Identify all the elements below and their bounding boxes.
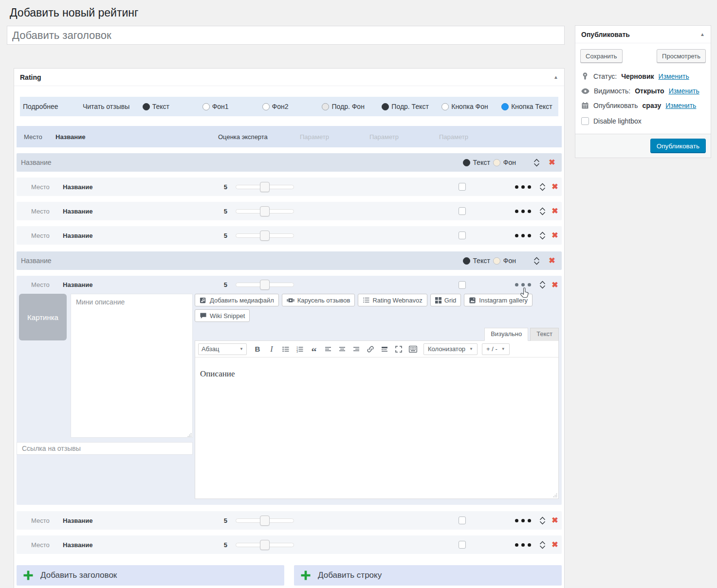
place-input[interactable] — [24, 208, 63, 215]
name-input[interactable] — [63, 541, 221, 549]
filter-detail-bg-color[interactable]: Подр. Фон — [319, 103, 379, 110]
row-checkbox[interactable] — [459, 183, 466, 191]
score-slider[interactable] — [236, 209, 294, 214]
reviews-link-input[interactable] — [17, 442, 193, 455]
name-input[interactable] — [63, 183, 221, 191]
align-center-button[interactable] — [336, 343, 349, 355]
row-options-dots[interactable] — [513, 519, 533, 522]
place-input[interactable] — [24, 183, 63, 191]
mini-description-textarea[interactable] — [71, 294, 193, 438]
slider-thumb[interactable] — [260, 231, 270, 241]
image-upload-button[interactable]: Картинка — [19, 294, 67, 340]
section-name-input[interactable] — [21, 257, 177, 265]
bullet-list-button[interactable] — [279, 343, 292, 355]
radio-swatch-icon[interactable] — [143, 103, 150, 110]
radio-swatch-icon[interactable] — [382, 103, 389, 110]
delete-row-icon[interactable]: ✖ — [551, 281, 559, 289]
fullscreen-button[interactable] — [392, 343, 405, 355]
delete-row-icon[interactable]: ✖ — [551, 183, 559, 191]
edit-status-link[interactable]: Изменить — [659, 72, 689, 80]
col-param-input[interactable]: Параметр — [300, 133, 369, 141]
delete-section-icon[interactable]: ✖ — [548, 257, 556, 265]
row-options-dots[interactable] — [513, 185, 533, 189]
slider-thumb[interactable] — [260, 206, 270, 216]
italic-button[interactable]: I — [265, 343, 278, 355]
section-text-radio-icon[interactable] — [463, 257, 470, 265]
read-more-button[interactable] — [378, 343, 391, 355]
name-input[interactable] — [63, 281, 221, 288]
filter-bg2-color[interactable]: Фон2 — [259, 103, 319, 110]
insert-link-button[interactable] — [364, 343, 377, 355]
toolbar-toggle-button[interactable] — [406, 343, 419, 355]
section-bg-radio-icon[interactable] — [493, 159, 500, 166]
add-header-button[interactable]: Добавить заголовок — [17, 565, 284, 586]
delete-row-icon[interactable]: ✖ — [551, 207, 559, 215]
filter-bg1-color[interactable]: Фон1 — [200, 103, 259, 110]
score-slider[interactable] — [236, 283, 294, 287]
tab-visual[interactable]: Визуально — [484, 328, 528, 341]
filter-podrobnee[interactable]: Подробнее — [20, 103, 80, 110]
edit-visibility-link[interactable]: Изменить — [669, 87, 699, 95]
align-left-button[interactable] — [322, 343, 334, 355]
row-options-dots[interactable] — [513, 543, 533, 547]
section-name-input[interactable] — [21, 159, 177, 166]
place-input[interactable] — [24, 232, 63, 239]
score-slider[interactable] — [236, 543, 294, 547]
filter-detail-text-color[interactable]: Подр. Текст — [379, 103, 439, 110]
move-section-control[interactable] — [533, 159, 540, 167]
slider-thumb[interactable] — [260, 540, 270, 550]
slider-thumb[interactable] — [260, 182, 270, 192]
tab-text[interactable]: Текст — [530, 328, 559, 341]
edit-schedule-link[interactable]: Изменить — [665, 102, 696, 109]
name-input[interactable] — [63, 232, 221, 239]
row-checkbox[interactable] — [459, 281, 466, 289]
row-checkbox[interactable] — [459, 541, 466, 549]
score-slider[interactable] — [236, 518, 294, 523]
delete-row-icon[interactable]: ✖ — [551, 517, 559, 524]
row-checkbox[interactable] — [459, 232, 466, 239]
post-title-input[interactable] — [7, 26, 565, 45]
disable-lightbox-checkbox[interactable] — [581, 117, 589, 125]
numbered-list-button[interactable]: 123 — [294, 343, 306, 355]
radio-swatch-icon[interactable] — [501, 103, 509, 110]
slider-thumb[interactable] — [260, 516, 270, 526]
resize-grip-icon[interactable] — [187, 433, 192, 437]
reviews-carousel-button[interactable]: Карусель отзывов — [282, 294, 355, 306]
place-input[interactable] — [24, 517, 63, 524]
col-param-input[interactable]: Параметр — [439, 133, 509, 141]
move-row-control[interactable] — [538, 541, 546, 549]
row-options-dots[interactable] — [513, 283, 533, 286]
preview-button[interactable]: Просмотреть — [657, 49, 706, 63]
move-row-control[interactable] — [538, 517, 546, 525]
grid-button[interactable]: Grid — [430, 294, 461, 306]
name-input[interactable] — [63, 208, 221, 215]
score-slider[interactable] — [236, 185, 294, 189]
colonizer-dropdown-button[interactable]: Колонизатор ▼ — [423, 343, 478, 355]
editor-content-area[interactable]: Описание — [195, 357, 558, 492]
collapse-icon[interactable]: ▲ — [553, 74, 558, 80]
section-bg-radio-icon[interactable] — [493, 257, 500, 265]
delete-row-icon[interactable]: ✖ — [551, 232, 559, 239]
bold-button[interactable]: B — [251, 343, 264, 355]
row-checkbox[interactable] — [459, 517, 466, 524]
filter-button-text-color[interactable]: Кнопка Текст — [498, 103, 558, 110]
move-row-control[interactable] — [538, 207, 546, 215]
move-row-control[interactable] — [538, 232, 546, 240]
add-row-button[interactable]: Добавить строку — [294, 565, 562, 586]
paragraph-format-select[interactable]: Абзац ▼ — [198, 343, 247, 355]
place-input[interactable] — [24, 541, 63, 549]
radio-swatch-icon[interactable] — [441, 103, 449, 110]
radio-swatch-icon[interactable] — [322, 103, 329, 110]
delete-row-icon[interactable]: ✖ — [551, 541, 559, 549]
save-draft-button[interactable]: Сохранить — [580, 49, 623, 63]
delete-section-icon[interactable]: ✖ — [548, 159, 556, 166]
collapse-icon[interactable]: ▲ — [700, 32, 705, 37]
name-input[interactable] — [63, 517, 221, 524]
row-checkbox[interactable] — [459, 207, 466, 215]
move-row-control[interactable] — [538, 183, 546, 191]
plus-minus-dropdown-button[interactable]: + / - ▼ — [482, 343, 510, 355]
resize-grip-icon[interactable] — [553, 493, 557, 498]
wiki-snippet-button[interactable]: Wiki Snippet — [195, 309, 250, 322]
row-options-dots[interactable] — [513, 234, 533, 237]
filter-read-reviews[interactable]: Читать отзывы — [80, 103, 140, 110]
